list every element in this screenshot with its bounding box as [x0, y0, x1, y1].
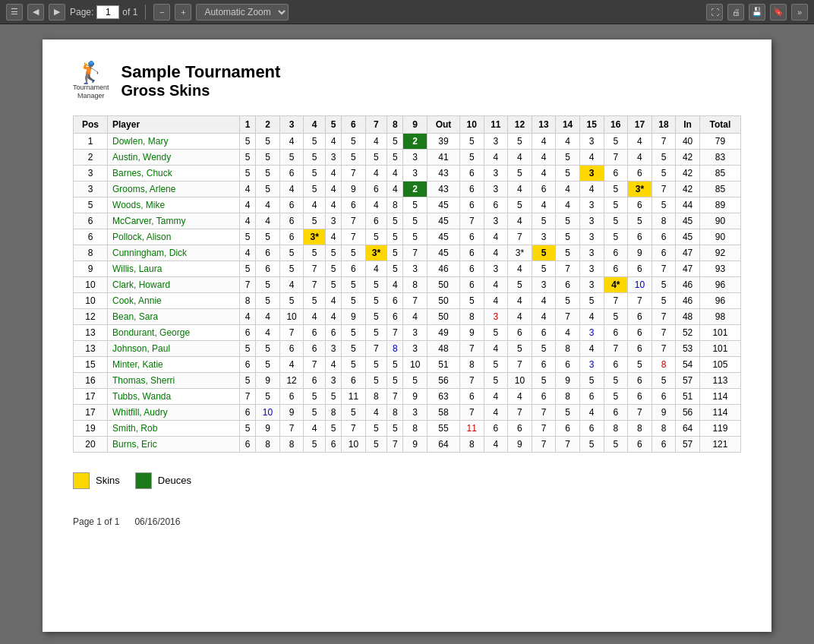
cell-score: 79 [699, 133, 740, 149]
save-button[interactable]: 💾 [749, 4, 765, 21]
cell-score: 57 [676, 436, 700, 452]
cell-score: 83 [699, 149, 740, 165]
cell-score: 105 [699, 356, 740, 372]
cell-score: 5 [604, 372, 628, 388]
cell-score: 5 [403, 197, 428, 213]
document-page: 🏌 Tournament Manager Sample Tournament G… [43, 39, 771, 632]
cell-pos: 6 [74, 229, 108, 245]
cell-score: 4 [256, 197, 280, 213]
cell-score: 4 [579, 340, 604, 356]
cell-score: 42 [676, 181, 700, 197]
cell-score: 6 [628, 229, 652, 245]
zoom-select[interactable]: Automatic Zoom [196, 4, 289, 21]
sidebar-toggle-button[interactable]: ☰ [6, 4, 23, 21]
cell-score: 5 [604, 213, 628, 229]
cell-score: 5 [365, 308, 386, 324]
cell-score: 4 [508, 292, 532, 308]
skins-color-box [73, 472, 90, 489]
table-row: 16Thomas, Sherri591263655556751059556557… [74, 372, 741, 388]
cell-score: 4 [484, 340, 508, 356]
more-button[interactable]: » [791, 4, 808, 21]
cell-score: 3 [532, 276, 556, 292]
cell-pos: 16 [74, 372, 108, 388]
cell-score: 7 [403, 245, 428, 260]
next-page-button[interactable]: ▶ [49, 4, 65, 21]
cell-score: 5 [387, 245, 403, 260]
cell-score: 4 [484, 276, 508, 292]
page-input[interactable] [96, 5, 119, 19]
cell-score: 7 [459, 372, 484, 388]
cell-score: 51 [428, 356, 460, 372]
cell-score: 4 [532, 133, 556, 149]
cell-score: 7 [304, 356, 325, 372]
cell-score: 7 [304, 276, 325, 292]
cell-score: 40 [676, 133, 700, 149]
bookmark-button[interactable]: 🔖 [770, 4, 787, 21]
cell-score: 5 [239, 229, 255, 245]
table-row: 13Johnson, Paul5566357834874558476753101 [74, 340, 741, 356]
cell-score: 9 [342, 308, 366, 324]
cell-pos: 13 [74, 340, 108, 356]
skins-label: Skins [96, 475, 120, 486]
cell-score: 5 [556, 292, 580, 308]
cell-score: 4 [239, 308, 255, 324]
cell-score: 8 [459, 436, 484, 452]
cell-score: 3 [579, 260, 604, 276]
zoom-minus-button[interactable]: − [153, 4, 170, 21]
cell-score: 4 [628, 149, 652, 165]
col-6: 6 [342, 115, 366, 133]
cell-score: 6 [628, 340, 652, 356]
cell-score: 9 [403, 436, 428, 452]
cell-score: 10 [256, 404, 280, 420]
cell-score: 6 [556, 420, 580, 436]
cell-score: 3 [484, 133, 508, 149]
cell-score: 4 [532, 292, 556, 308]
page-indicator: Page: of 1 [70, 5, 137, 19]
cell-score: 7 [652, 260, 676, 276]
cell-score: 3 [579, 197, 604, 213]
cell-score: 5 [604, 436, 628, 452]
cell-score: 46 [676, 292, 700, 308]
table-row: 8Cunningham, Dick4655553*5745643*5536964… [74, 245, 741, 260]
cell-score: 7 [304, 260, 325, 276]
cell-score: 7 [556, 308, 580, 324]
cell-score: 63 [428, 388, 460, 404]
cell-score: 4 [279, 276, 304, 292]
col-4: 4 [304, 115, 325, 133]
cell-score: 4 [325, 133, 341, 149]
cell-score: 7 [387, 436, 403, 452]
col-9: 9 [403, 115, 428, 133]
col-total: Total [699, 115, 740, 133]
print-button[interactable]: 🖨 [727, 4, 744, 21]
fullscreen-button[interactable]: ⛶ [706, 4, 723, 21]
prev-page-button[interactable]: ◀ [27, 4, 44, 21]
content-area: 🏌 Tournament Manager Sample Tournament G… [0, 24, 814, 644]
cell-score: 6 [342, 260, 366, 276]
cell-pos: 19 [74, 420, 108, 436]
cell-player: Whitfill, Audry [108, 404, 240, 420]
cell-score: 7 [387, 388, 403, 404]
cell-pos: 6 [74, 213, 108, 229]
toolbar-right: ⛶ 🖨 💾 🔖 » [706, 4, 808, 21]
table-row: 17Whitfill, Audry61095854835874775467956… [74, 404, 741, 420]
cell-score: 4 [508, 260, 532, 276]
cell-score: 4 [387, 181, 403, 197]
cell-score: 5 [304, 388, 325, 404]
cell-score: 5 [508, 133, 532, 149]
cell-score: 3* [628, 181, 652, 197]
cell-score: 4 [304, 308, 325, 324]
cell-score: 90 [699, 213, 740, 229]
cell-score: 8 [403, 420, 428, 436]
cell-score: 6 [239, 436, 255, 452]
cell-score: 9 [556, 372, 580, 388]
cell-score: 6 [556, 356, 580, 372]
cell-player: Minter, Katie [108, 356, 240, 372]
zoom-plus-button[interactable]: + [175, 4, 191, 21]
table-row: 2Austin, Wendy555535553415444547454283 [74, 149, 741, 165]
cell-score: 6 [279, 340, 304, 356]
cell-score: 4 [508, 388, 532, 404]
cell-score: 5 [256, 181, 280, 197]
tournament-name: Sample Tournament [121, 62, 281, 82]
cell-score: 5 [604, 388, 628, 404]
cell-score: 48 [428, 340, 460, 356]
